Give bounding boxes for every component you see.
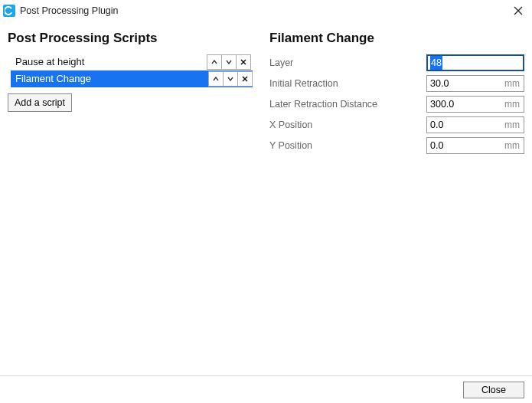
unit-label: mm (504, 78, 524, 89)
move-down-button[interactable] (223, 71, 238, 87)
field-label: Later Retraction Distance (269, 99, 426, 110)
chevron-down-icon (227, 77, 233, 81)
unit-label: mm (504, 140, 524, 151)
chevron-up-icon (211, 60, 217, 64)
scripts-panel-title: Post Processing Scripts (8, 31, 253, 46)
unit-label: mm (504, 120, 524, 130)
remove-button[interactable] (236, 54, 251, 70)
add-script-button[interactable]: Add a script (8, 93, 72, 112)
y-position-input-wrap: mm (426, 137, 524, 154)
chevron-down-icon (226, 60, 232, 64)
columns: Post Processing Scripts Pause at height (0, 21, 532, 375)
x-icon (242, 76, 248, 82)
scripts-list: Pause at height Filament C (8, 54, 253, 87)
close-button[interactable]: Close (463, 382, 524, 398)
window-close-button[interactable] (509, 2, 527, 20)
x-position-input[interactable] (427, 120, 504, 130)
dialog-body: Post Processing Scripts Pause at height (0, 21, 532, 403)
titlebar-left: Post Processing Plugin (3, 5, 119, 17)
script-row-buttons (208, 71, 253, 87)
script-row-pause-at-height[interactable]: Pause at height (11, 54, 253, 70)
remove-button[interactable] (237, 71, 253, 87)
initial-retraction-input-wrap: mm (426, 75, 524, 92)
chevron-up-icon (213, 77, 219, 81)
settings-panel-title: Filament Change (269, 31, 524, 46)
script-label: Filament Change (15, 73, 208, 84)
script-label: Pause at height (15, 56, 207, 67)
dialog-footer: Close (0, 375, 532, 403)
move-up-button[interactable] (208, 71, 224, 87)
move-up-button[interactable] (207, 54, 222, 70)
layer-input[interactable]: 48 (430, 56, 442, 70)
close-icon (514, 6, 523, 15)
layer-input-wrap: 48 (426, 54, 524, 71)
field-row-x-position: X Position mm (269, 116, 524, 134)
field-label: Initial Retraction (269, 78, 426, 89)
initial-retraction-input[interactable] (427, 78, 504, 89)
window-title: Post Processing Plugin (20, 5, 119, 16)
field-label: Y Position (269, 140, 426, 151)
settings-panel: Filament Change Layer 48 Initial Retract… (269, 31, 524, 375)
x-icon (240, 59, 246, 65)
field-row-initial-retraction: Initial Retraction mm (269, 74, 524, 93)
unit-label: mm (504, 99, 524, 110)
scripts-panel: Post Processing Scripts Pause at height (8, 31, 253, 375)
field-label: X Position (269, 120, 426, 130)
field-label: Layer (269, 57, 426, 68)
script-row-buttons (207, 54, 251, 70)
move-down-button[interactable] (221, 54, 237, 70)
app-icon (3, 5, 15, 17)
field-row-later-retraction: Later Retraction Distance mm (269, 95, 524, 113)
y-position-input[interactable] (427, 140, 504, 151)
field-row-y-position: Y Position mm (269, 136, 524, 155)
field-row-layer: Layer 48 (269, 54, 524, 72)
x-position-input-wrap: mm (426, 116, 524, 133)
later-retraction-input[interactable] (427, 99, 504, 110)
later-retraction-input-wrap: mm (426, 96, 524, 113)
script-row-filament-change[interactable]: Filament Change (11, 70, 253, 87)
window-titlebar: Post Processing Plugin (0, 0, 532, 21)
